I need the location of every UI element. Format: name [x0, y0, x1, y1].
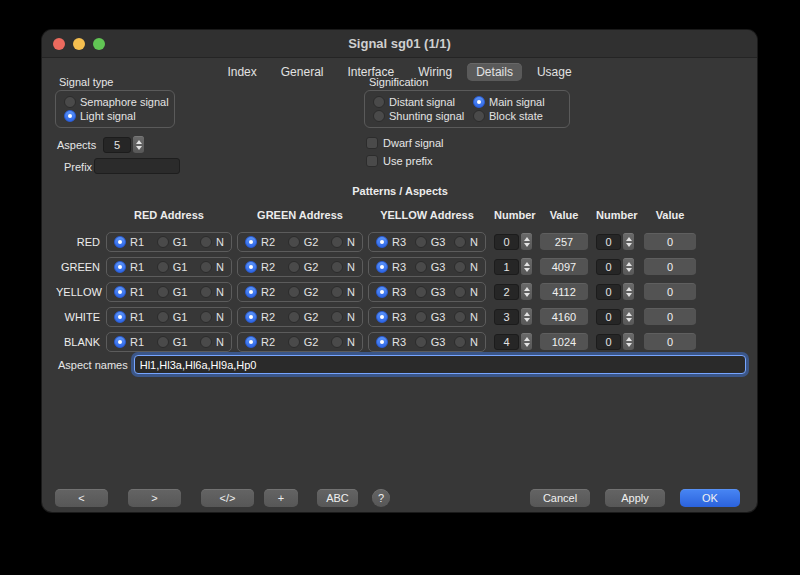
radio-r1[interactable]: R1: [114, 286, 144, 298]
use-prefix-checkbox[interactable]: Use prefix: [366, 155, 433, 167]
radio-r1[interactable]: R1: [114, 261, 144, 273]
radio-n[interactable]: N: [331, 236, 355, 248]
stepper-icon[interactable]: [623, 333, 634, 350]
radio-n[interactable]: N: [454, 311, 478, 323]
cancel-button[interactable]: Cancel: [530, 489, 590, 507]
value-field-2[interactable]: 0: [644, 283, 696, 300]
number-stepper-2[interactable]: 0: [596, 333, 634, 350]
radio-n[interactable]: N: [200, 336, 224, 348]
aspects-stepper[interactable]: 5: [103, 136, 144, 153]
aspect-names-input[interactable]: [134, 355, 746, 374]
radio-g1[interactable]: G1: [157, 261, 188, 273]
radio-r3[interactable]: R3: [376, 286, 406, 298]
radio-n[interactable]: N: [200, 261, 224, 273]
radio-r3[interactable]: R3: [376, 236, 406, 248]
tab-general[interactable]: General: [272, 63, 333, 81]
help-button[interactable]: ?: [372, 489, 390, 507]
radio-n[interactable]: N: [331, 336, 355, 348]
radio-g2[interactable]: G2: [288, 261, 319, 273]
radio-g3[interactable]: G3: [415, 286, 446, 298]
radio-r2[interactable]: R2: [245, 261, 275, 273]
prev-button[interactable]: <: [55, 489, 108, 507]
radio-n[interactable]: N: [200, 311, 224, 323]
radio-r2[interactable]: R2: [245, 311, 275, 323]
radio-main-signal[interactable]: Main signal: [473, 96, 545, 108]
stepper-icon[interactable]: [623, 233, 634, 250]
stepper-icon[interactable]: [521, 258, 532, 275]
number-stepper-1[interactable]: 0: [494, 233, 532, 250]
radio-n[interactable]: N: [331, 311, 355, 323]
radio-r1[interactable]: R1: [114, 311, 144, 323]
radio-r3[interactable]: R3: [376, 311, 406, 323]
stepper-icon[interactable]: [521, 333, 532, 350]
value-field-2[interactable]: 0: [644, 333, 696, 350]
radio-g1[interactable]: G1: [157, 286, 188, 298]
radio-g1[interactable]: G1: [157, 336, 188, 348]
number-stepper-2[interactable]: 0: [596, 283, 634, 300]
radio-n[interactable]: N: [454, 336, 478, 348]
value-field-1[interactable]: 4112: [540, 283, 588, 300]
value-field-2[interactable]: 0: [644, 233, 696, 250]
radio-g3[interactable]: G3: [415, 336, 446, 348]
next-button[interactable]: >: [128, 489, 181, 507]
radio-r1[interactable]: R1: [114, 336, 144, 348]
stepper-icon[interactable]: [133, 136, 144, 153]
value-field-1[interactable]: 257: [540, 233, 588, 250]
radio-n[interactable]: N: [331, 261, 355, 273]
stepper-icon[interactable]: [521, 308, 532, 325]
radio-n[interactable]: N: [454, 261, 478, 273]
code-button[interactable]: </>: [201, 489, 254, 507]
radio-n[interactable]: N: [454, 236, 478, 248]
radio-r2[interactable]: R2: [245, 336, 275, 348]
prefix-input[interactable]: [94, 158, 180, 174]
radio-g1[interactable]: G1: [157, 311, 188, 323]
number-stepper-1[interactable]: 4: [494, 333, 532, 350]
number-stepper-1[interactable]: 3: [494, 308, 532, 325]
radio-g1[interactable]: G1: [157, 236, 188, 248]
radio-g3[interactable]: G3: [415, 261, 446, 273]
radio-r3[interactable]: R3: [376, 261, 406, 273]
radio-distant-signal[interactable]: Distant signal: [373, 96, 465, 108]
radio-block-state[interactable]: Block state: [473, 110, 545, 122]
radio-g2[interactable]: G2: [288, 286, 319, 298]
radio-g2[interactable]: G2: [288, 236, 319, 248]
zoom-button[interactable]: [93, 38, 105, 50]
radio-g2[interactable]: G2: [288, 336, 319, 348]
add-button[interactable]: +: [264, 489, 298, 507]
radio-light-signal[interactable]: Light signal: [64, 110, 166, 122]
dwarf-signal-checkbox[interactable]: Dwarf signal: [366, 137, 444, 149]
radio-r2[interactable]: R2: [245, 286, 275, 298]
number-stepper-2[interactable]: 0: [596, 258, 634, 275]
number-stepper-2[interactable]: 0: [596, 233, 634, 250]
stepper-icon[interactable]: [623, 258, 634, 275]
tab-index[interactable]: Index: [218, 63, 265, 81]
number-stepper-2[interactable]: 0: [596, 308, 634, 325]
value-field-1[interactable]: 1024: [540, 333, 588, 350]
radio-g2[interactable]: G2: [288, 311, 319, 323]
radio-n[interactable]: N: [200, 286, 224, 298]
stepper-icon[interactable]: [623, 308, 634, 325]
abc-button[interactable]: ABC: [317, 489, 358, 507]
radio-n[interactable]: N: [454, 286, 478, 298]
radio-semaphore-signal[interactable]: Semaphore signal: [64, 96, 166, 108]
radio-r2[interactable]: R2: [245, 236, 275, 248]
value-field-2[interactable]: 0: [644, 258, 696, 275]
apply-button[interactable]: Apply: [605, 489, 665, 507]
radio-r1[interactable]: R1: [114, 236, 144, 248]
radio-shunting-signal[interactable]: Shunting signal: [373, 110, 465, 122]
stepper-icon[interactable]: [521, 233, 532, 250]
stepper-icon[interactable]: [623, 283, 634, 300]
radio-g3[interactable]: G3: [415, 236, 446, 248]
number-stepper-1[interactable]: 2: [494, 283, 532, 300]
number-stepper-1[interactable]: 1: [494, 258, 532, 275]
tab-details[interactable]: Details: [467, 63, 522, 81]
radio-n[interactable]: N: [200, 236, 224, 248]
stepper-icon[interactable]: [521, 283, 532, 300]
radio-g3[interactable]: G3: [415, 311, 446, 323]
radio-r3[interactable]: R3: [376, 336, 406, 348]
value-field-1[interactable]: 4097: [540, 258, 588, 275]
minimize-button[interactable]: [73, 38, 85, 50]
tab-usage[interactable]: Usage: [528, 63, 581, 81]
value-field-2[interactable]: 0: [644, 308, 696, 325]
ok-button[interactable]: OK: [680, 489, 740, 507]
